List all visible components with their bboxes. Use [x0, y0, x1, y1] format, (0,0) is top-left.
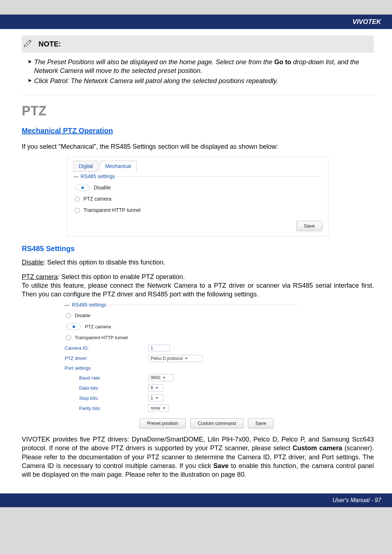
row-baud: Baud rate: 9600▼ [65, 373, 297, 383]
brand-text: VIVOTEK [352, 18, 381, 25]
chevron-down-icon: ▼ [163, 406, 166, 410]
footer-bar: User's Manual - 97 [0, 493, 392, 507]
parity-select[interactable]: none▼ [148, 405, 168, 412]
note-item-1: The Preset Positions will also be displa… [28, 58, 374, 75]
radio-icon [75, 184, 90, 191]
rs485-legend[interactable]: —RS485 settings [73, 173, 117, 180]
radio-ptz-2[interactable]: PTZ camera [65, 321, 297, 332]
chevron-down-icon: ▼ [185, 356, 188, 361]
data-bits-select[interactable]: 8▼ [148, 384, 163, 391]
page-title: PTZ [22, 102, 374, 120]
rs485-fieldset-2: —RS485 settings Disable PTZ camera Trans… [65, 305, 297, 428]
footer-text: User's Manual - 97 [332, 497, 381, 503]
rs485-settings-heading: RS485 Settings [22, 244, 374, 254]
baud-select[interactable]: 9600▼ [148, 374, 173, 381]
row-stop-bits: Stop bits: 1▼ [65, 393, 297, 403]
note-header: NOTE: [22, 36, 374, 52]
chevron-down-icon: ▼ [163, 376, 166, 380]
save-button-2[interactable]: Save [248, 418, 274, 428]
chevron-down-icon: ▼ [155, 396, 159, 400]
pencil-icon [23, 38, 33, 50]
note-item-2: Click Patrol: The Network Camera will pa… [28, 77, 374, 85]
intro-text: If you select "Mechanical", the RS485 Se… [22, 142, 374, 151]
row-camera-id: Camera ID: 1 [65, 343, 297, 353]
save-button[interactable]: Save [296, 221, 322, 231]
row-port-settings: Port settings [65, 364, 297, 373]
camera-id-input[interactable]: 1 [148, 345, 170, 352]
row-parity-bits: Parity bits: none▼ [65, 403, 297, 413]
rs485-legend-2[interactable]: —RS485 settings [65, 301, 109, 308]
radio-icon [75, 197, 80, 202]
row-data-bits: Data bits: 8▼ [65, 383, 297, 393]
radio-ptz[interactable]: PTZ camera [73, 193, 322, 205]
ptz-para-2: To utilize this feature, please connect … [22, 281, 374, 299]
radio-icon [75, 208, 80, 213]
disable-para: Disable: Select this option to disable t… [22, 258, 374, 267]
chevron-down-icon: ▼ [155, 386, 159, 390]
radio-icon [66, 323, 81, 330]
row-ptz-driver: PTZ driver: Pelco D protocol▼ [65, 353, 297, 364]
ptz-driver-select[interactable]: Pelco D protocol▼ [148, 355, 203, 362]
radio-disable-2[interactable]: Disable [65, 310, 297, 321]
radio-tunnel[interactable]: Transparent HTTP tunnel [73, 205, 322, 216]
preset-position-button[interactable]: Preset position [139, 418, 186, 428]
stop-bits-select[interactable]: 1▼ [148, 394, 163, 402]
note-title: NOTE: [38, 39, 61, 49]
radio-disable[interactable]: Disable [73, 182, 322, 193]
divider [22, 95, 374, 95]
section-heading: Mechanical PTZ Operation [22, 126, 374, 136]
rs485-screenshot-1: Digital Mechanical —RS485 settings Disab… [67, 157, 328, 236]
tab-digital[interactable]: Digital [73, 161, 98, 172]
radio-icon [66, 313, 71, 318]
radio-icon [66, 335, 71, 340]
rs485-fieldset: —RS485 settings Disable PTZ camera Trans… [73, 176, 322, 231]
closing-para: VIVOTEK provides five PTZ drivers: DynaD… [22, 435, 374, 479]
rs485-screenshot-2: —RS485 settings Disable PTZ camera Trans… [65, 305, 297, 428]
radio-tunnel-2[interactable]: Transparent HTTP tunnel [65, 332, 297, 343]
brand-bar: VIVOTEK [0, 15, 392, 29]
custom-command-button[interactable]: Custom command [190, 418, 244, 428]
note-list: The Preset Positions will also be displa… [28, 58, 374, 86]
ptz-para-1: PTZ camera: Select this option to enable… [22, 272, 374, 281]
tab-mechanical[interactable]: Mechanical [100, 161, 136, 172]
